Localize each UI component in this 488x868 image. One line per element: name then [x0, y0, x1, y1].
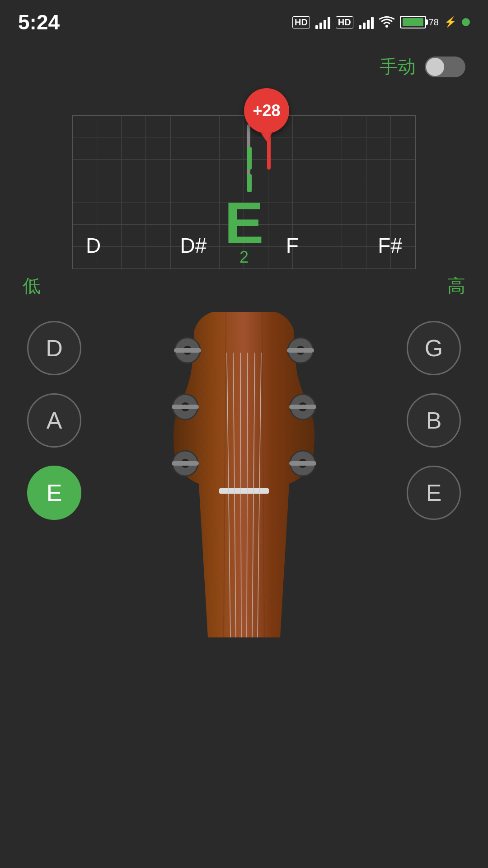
low-high-row: 低 高	[0, 269, 488, 303]
current-note: E	[225, 193, 264, 252]
green-dot	[462, 18, 470, 26]
battery-tip	[426, 19, 428, 25]
battery-icon	[400, 16, 426, 28]
signal-bars-1	[315, 15, 330, 29]
bubble-tail	[261, 133, 272, 142]
string-row-2: A B	[0, 384, 488, 457]
string-row-3: E E	[0, 457, 488, 529]
tuner-section: +28 D D# E 2 F F#	[0, 79, 488, 269]
bar1	[315, 25, 318, 29]
bar4	[371, 17, 374, 29]
manual-toggle[interactable]	[425, 57, 465, 77]
status-time: 5:24	[18, 10, 60, 34]
low-label: 低	[23, 274, 41, 298]
needle-green-top	[247, 147, 252, 170]
note-right-2: F#	[378, 233, 402, 258]
wifi-icon	[379, 16, 394, 28]
string-row-1: D G	[0, 312, 488, 384]
pitch-bubble: +28	[244, 88, 289, 142]
hd-label-1: HD	[292, 16, 310, 28]
svg-point-0	[385, 25, 388, 28]
status-bar: 5:24 HD HD	[0, 0, 488, 36]
bar2	[319, 23, 322, 29]
battery-fill	[403, 18, 423, 26]
string-btn-A[interactable]: A	[27, 393, 81, 448]
string-btn-E-low[interactable]: E	[27, 466, 81, 520]
note-display: D D# E 2 F F#	[72, 233, 416, 269]
signal-bars-2	[359, 15, 374, 29]
needle-container: +28 D D# E 2 F F#	[72, 88, 416, 269]
battery-percent: 78	[429, 17, 439, 28]
bar4	[328, 17, 330, 29]
toggle-knob	[426, 58, 444, 76]
string-btn-D[interactable]: D	[27, 321, 81, 375]
string-buttons: D G A B E E	[0, 312, 488, 529]
bar3	[324, 20, 326, 29]
battery-container: 78	[400, 16, 439, 28]
note-center: E 2	[225, 193, 264, 267]
cents-display: +28	[244, 88, 289, 133]
bar2	[363, 23, 366, 29]
guitar-section: D G A B E E	[0, 312, 488, 637]
status-right: HD HD 78	[292, 15, 470, 29]
bar3	[367, 20, 370, 29]
note-octave: 2	[239, 248, 249, 267]
note-left-1: D	[86, 233, 101, 258]
string-btn-E-high[interactable]: E	[407, 466, 461, 520]
hd-label-2: HD	[336, 16, 353, 28]
needle-green-bottom	[247, 174, 252, 192]
manual-toggle-row: 手动	[0, 36, 488, 79]
note-right-1: F	[286, 233, 299, 258]
string-btn-B[interactable]: B	[407, 393, 461, 448]
bolt-icon: ⚡	[444, 16, 456, 28]
high-label: 高	[447, 274, 465, 298]
bar1	[359, 25, 361, 29]
note-left-2: D#	[180, 233, 207, 258]
manual-label: 手动	[380, 54, 416, 79]
string-btn-G[interactable]: G	[407, 321, 461, 375]
